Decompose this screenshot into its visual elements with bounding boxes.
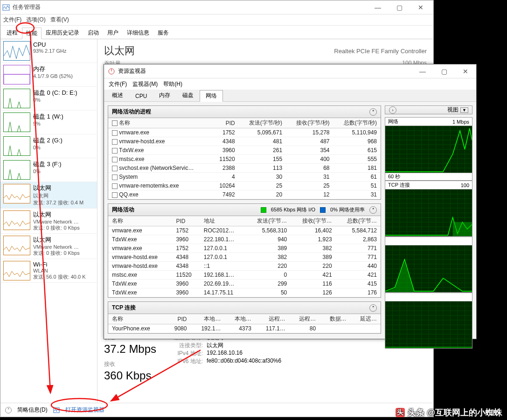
checkbox[interactable] <box>112 157 118 162</box>
column-header[interactable]: PID <box>166 314 191 324</box>
tab-users[interactable]: 用户 <box>103 27 123 39</box>
rm-close-button[interactable]: ✕ <box>455 64 476 78</box>
table-row[interactable]: vmware-remotemks.exe10264252551 <box>108 182 381 190</box>
checkbox[interactable] <box>112 120 118 126</box>
table-row[interactable]: System4303161 <box>108 173 381 182</box>
column-header[interactable]: 发送(字节/秒) <box>239 118 286 128</box>
open-resource-monitor-link[interactable]: 打开资源监视器 <box>65 406 104 414</box>
sidebar-item-7[interactable]: 以太网VMware Network …发送: 0 接收: 0 Kbps <box>0 209 97 234</box>
column-header[interactable]: 名称 <box>108 314 166 324</box>
view-dropdown-icon[interactable]: ▼ <box>460 107 468 113</box>
checkbox[interactable] <box>112 175 118 180</box>
checkbox[interactable] <box>112 166 118 171</box>
table-row[interactable]: TdxW.exe3960261354615 <box>108 146 381 155</box>
column-header[interactable]: 远程… <box>289 314 319 324</box>
sidebar-item-0[interactable]: CPU93% 2.17 GHz <box>0 39 97 63</box>
table-row[interactable]: mstsc.exe11520155400555 <box>108 155 381 164</box>
table-row[interactable]: vmware-hostd.exe4348::1220220440 <box>108 262 381 271</box>
table-row[interactable]: TdxW.exe396014.17.75.1150126176 <box>108 288 381 297</box>
column-header[interactable]: 接收(字节/秒) <box>286 118 333 128</box>
tab-processes[interactable]: 进程 <box>2 27 22 39</box>
checkbox[interactable] <box>112 192 118 198</box>
maximize-button[interactable]: ▢ <box>389 0 410 14</box>
menu-options[interactable]: 选项(O) <box>26 16 45 24</box>
tab-services[interactable]: 服务 <box>153 27 173 39</box>
rm-minimize-button[interactable]: — <box>412 64 433 78</box>
tab-app-history[interactable]: 应用历史记录 <box>42 27 83 39</box>
table-row[interactable]: vmware.exe17525,095,67115,2785,110,949 <box>108 128 381 137</box>
table-row[interactable]: mstsc.exe11520192.168.1…0421421 <box>108 271 381 280</box>
collapse-icon[interactable]: ˄ <box>369 304 377 312</box>
collapse-icon[interactable]: ˄ <box>369 108 377 116</box>
column-header[interactable]: PID <box>172 216 200 226</box>
rm-tab-cpu[interactable]: CPU <box>129 91 153 101</box>
rm-tab-network[interactable]: 网络 <box>200 90 223 102</box>
table-row[interactable]: TdxW.exe3960202.69.19…299116415 <box>108 280 381 288</box>
menu-view[interactable]: 查看(V) <box>50 16 69 24</box>
rm-menu-file[interactable]: 文件(F) <box>109 80 127 88</box>
sidebar-item-1[interactable]: 内存4.1/7.9 GB (52%) <box>0 63 97 87</box>
sidebar-item-sub: 0% <box>33 145 63 150</box>
table-row[interactable]: TdxW.exe3960222.180.1…9401,9232,863 <box>108 235 381 244</box>
column-header[interactable]: 数据… <box>319 314 350 324</box>
column-header[interactable]: 延迟… <box>350 314 381 324</box>
table-row[interactable]: QQ.exe7492201231 <box>108 190 381 199</box>
close-button[interactable]: ✕ <box>410 0 431 14</box>
rm-menu-monitor[interactable]: 监视器(M) <box>132 80 158 88</box>
tm-titlebar[interactable]: 任务管理器 — ▢ ✕ <box>0 0 433 14</box>
table-row[interactable]: vmware-hostd.exe4348481487968 <box>108 137 381 146</box>
tab-performance[interactable]: 性能 <box>22 28 42 39</box>
column-header[interactable]: PID <box>212 118 238 128</box>
sidebar-item-2[interactable]: 磁盘 0 (C: D: E:)0% <box>0 87 97 111</box>
panel2-legend2: 0% 网络使用率 <box>330 206 365 213</box>
rm-tab-memory[interactable]: 内存 <box>153 90 176 101</box>
column-header[interactable]: 地址 <box>200 216 246 226</box>
tab-startup[interactable]: 启动 <box>83 27 103 39</box>
tab-details[interactable]: 详细信息 <box>123 27 153 39</box>
resource-monitor-window: 资源监视器 — ▢ ✕ 文件(F) 监视器(M) 帮助(H) 概述 CPU 内存… <box>104 64 477 339</box>
column-header[interactable]: 总数(字节… <box>336 216 381 226</box>
sidebar-item-6[interactable]: 以太网以太网发送: 37.2 接收: 0.4 M <box>0 182 97 209</box>
sidebar-item-9[interactable]: Wi-FiWLAN发送: 56.0 接收: 40.0 K <box>0 259 97 283</box>
sidebar-item-5[interactable]: 磁盘 3 (F:)0% <box>0 158 97 182</box>
rm-titlebar[interactable]: 资源监视器 — ▢ ✕ <box>104 64 476 78</box>
sidebar-item-8[interactable]: 以太网VMware Network …发送: 0 接收: 0 Kbps <box>0 234 97 259</box>
rm-maximize-button[interactable]: ▢ <box>433 64 455 78</box>
legend-blue-icon <box>320 207 326 213</box>
sidebar-graph <box>3 160 30 180</box>
sidebar-graph <box>3 184 30 203</box>
fewer-details[interactable]: 简略信息(D) <box>17 406 48 414</box>
sidebar-graph <box>3 41 30 61</box>
column-header[interactable]: 接收(字节… <box>291 216 335 226</box>
sidebar-item-title: 磁盘 0 (C: D: E:) <box>33 89 77 97</box>
rm-menu-help[interactable]: 帮助(H) <box>163 80 182 88</box>
rm-tab-disk[interactable]: 磁盘 <box>176 90 200 101</box>
column-header[interactable]: 名称 <box>108 118 212 128</box>
prop-value: 以太网 <box>207 342 223 350</box>
column-header[interactable]: 总数(字节/秒) <box>333 118 381 128</box>
collapse-icon[interactable]: ˄ <box>369 206 377 214</box>
table-row[interactable]: vmware.exe1752127.0.0.1389382771 <box>108 244 381 253</box>
column-header[interactable]: 本地… <box>190 314 224 324</box>
checkbox[interactable] <box>112 148 118 154</box>
sidebar-graph <box>3 136 30 156</box>
column-header[interactable]: 本地… <box>224 314 255 324</box>
table-row[interactable]: vmware.exe1752ROC2012…5,568,31016,4025,5… <box>108 226 381 235</box>
column-header[interactable]: 远程… <box>255 314 289 324</box>
column-header[interactable]: 名称 <box>108 216 172 226</box>
minimize-button[interactable]: — <box>367 0 389 14</box>
table-row[interactable]: YourPhone.exe9080192.1…4373117.1…80 <box>108 324 381 333</box>
chevron-icon[interactable]: ˄ <box>5 407 12 413</box>
checkbox[interactable] <box>112 139 118 145</box>
charts-nav-icon[interactable]: › <box>389 106 396 114</box>
view-label: 视图 <box>447 106 458 114</box>
sidebar-item-4[interactable]: 磁盘 2 (G:)0% <box>0 134 97 158</box>
column-header[interactable]: 发送(字节… <box>246 216 291 226</box>
rm-tab-overview[interactable]: 概述 <box>106 90 129 101</box>
sidebar-item-3[interactable]: 磁盘 1 (W:)9% <box>0 111 97 134</box>
checkbox[interactable] <box>112 183 118 189</box>
table-row[interactable]: vmware-hostd.exe4348127.0.0.1382389771 <box>108 253 381 262</box>
checkbox[interactable] <box>112 130 118 136</box>
table-row[interactable]: svchost.exe (NetworkServic…238811368181 <box>108 164 381 173</box>
menu-file[interactable]: 文件(F) <box>3 16 21 24</box>
